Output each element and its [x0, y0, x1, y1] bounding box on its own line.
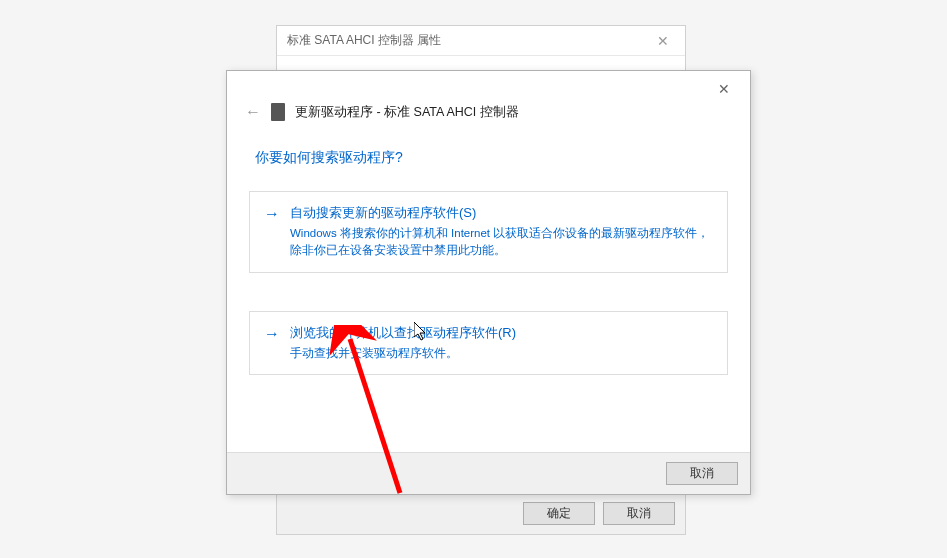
option-browse-desc: 手动查找并安装驱动程序软件。: [290, 345, 713, 362]
arrow-right-icon: →: [264, 204, 280, 260]
arrow-right-icon: →: [264, 324, 280, 362]
bg-ok-button[interactable]: 确定: [523, 502, 595, 525]
bg-cancel-button[interactable]: 取消: [603, 502, 675, 525]
dialog-question: 你要如何搜索驱动程序?: [227, 127, 750, 181]
bg-close-button[interactable]: ✕: [649, 31, 677, 51]
bg-window-title: 标准 SATA AHCI 控制器 属性: [287, 32, 441, 49]
option-auto-search[interactable]: → 自动搜索更新的驱动程序软件(S) Windows 将搜索你的计算机和 Int…: [249, 191, 728, 273]
option-auto-desc: Windows 将搜索你的计算机和 Internet 以获取适合你设备的最新驱动…: [290, 225, 713, 260]
dialog-bottom-bar: 取消: [227, 452, 750, 494]
device-icon: [271, 103, 285, 121]
option-content: 浏览我的计算机以查找驱动程序软件(R) 手动查找并安装驱动程序软件。: [290, 324, 713, 362]
option-browse-computer[interactable]: → 浏览我的计算机以查找驱动程序软件(R) 手动查找并安装驱动程序软件。: [249, 311, 728, 375]
cancel-button[interactable]: 取消: [666, 462, 738, 485]
bg-titlebar: 标准 SATA AHCI 控制器 属性 ✕: [277, 26, 685, 56]
back-arrow-icon[interactable]: ←: [245, 103, 261, 121]
dialog-header: ← 更新驱动程序 - 标准 SATA AHCI 控制器: [227, 71, 750, 127]
option-content: 自动搜索更新的驱动程序软件(S) Windows 将搜索你的计算机和 Inter…: [290, 204, 713, 260]
dialog-title: 更新驱动程序 - 标准 SATA AHCI 控制器: [295, 104, 519, 121]
option-browse-title: 浏览我的计算机以查找驱动程序软件(R): [290, 324, 713, 342]
close-button[interactable]: ✕: [710, 77, 738, 101]
option-auto-title: 自动搜索更新的驱动程序软件(S): [290, 204, 713, 222]
update-driver-dialog: ✕ ← 更新驱动程序 - 标准 SATA AHCI 控制器 你要如何搜索驱动程序…: [226, 70, 751, 495]
options-container: → 自动搜索更新的驱动程序软件(S) Windows 将搜索你的计算机和 Int…: [227, 181, 750, 423]
bg-bottom-bar: 确定 取消: [277, 492, 685, 534]
